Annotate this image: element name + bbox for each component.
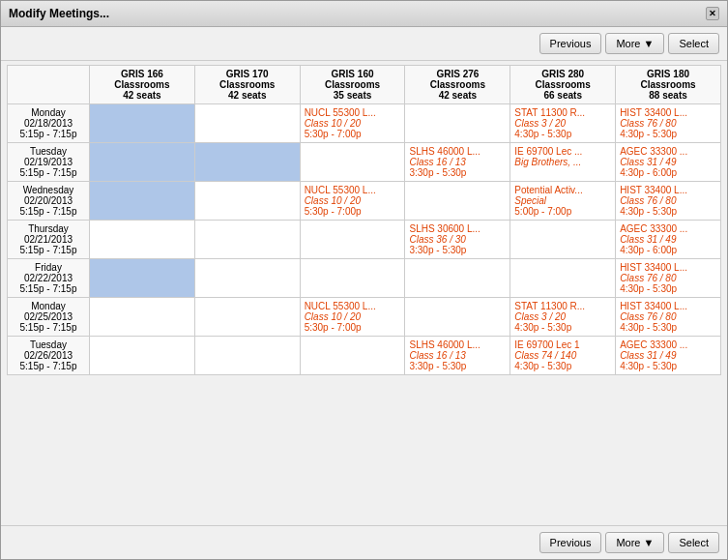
close-button[interactable]: ✕ (706, 7, 719, 20)
table-cell[interactable] (405, 104, 510, 143)
table-cell: HIST 33400 L...Class 76 / 804:30p - 5:30… (616, 259, 721, 298)
more-button-top[interactable]: More ▼ (605, 33, 664, 54)
header-empty (8, 66, 90, 104)
table-cell: SLHS 46000 L...Class 16 / 133:30p - 5:30… (405, 337, 510, 375)
table-cell[interactable] (300, 221, 405, 259)
event-time: 5:30p - 7:00p (305, 206, 401, 217)
event-title: SLHS 30600 L... (409, 223, 506, 234)
event-title: STAT 11300 R... (514, 107, 611, 118)
event-detail: Class 31 / 49 (620, 350, 716, 361)
event-time: 4:30p - 6:00p (620, 245, 716, 255)
window-title: Modify Meetings... (9, 7, 109, 20)
row-header: Monday 02/25/2013 5:15p - 7:15p (8, 298, 90, 337)
header-gris170: GRIS 170 Classrooms 42 seats (194, 66, 300, 104)
main-window: Modify Meetings... ✕ Previous More ▼ Sel… (0, 0, 728, 560)
event-title: AGEC 33300 ... (620, 339, 716, 350)
row-header: Monday 02/18/2013 5:15p - 7:15p (8, 104, 90, 143)
event-detail: Class 76 / 80 (620, 118, 716, 129)
title-bar: Modify Meetings... ✕ (1, 1, 727, 27)
table-cell[interactable] (194, 337, 300, 375)
event-title: HIST 33400 L... (620, 185, 716, 195)
row-header: Tuesday 02/26/2013 5:15p - 7:15p (8, 337, 90, 375)
previous-button-bottom[interactable]: Previous (539, 532, 602, 553)
event-detail: Class 10 / 20 (305, 118, 401, 129)
table-cell[interactable] (510, 259, 616, 298)
event-title: Potential Activ... (514, 185, 611, 195)
more-button-bottom[interactable]: More ▼ (605, 532, 664, 553)
table-cell: STAT 11300 R...Class 3 / 204:30p - 5:30p (510, 104, 616, 143)
table-cell: NUCL 55300 L...Class 10 / 205:30p - 7:00… (300, 104, 405, 143)
table-cell[interactable] (89, 259, 194, 298)
table-cell[interactable] (89, 337, 194, 375)
table-cell[interactable] (510, 221, 616, 259)
table-cell: SLHS 46000 L...Class 16 / 133:30p - 5:30… (405, 143, 510, 182)
table-cell: AGEC 33300 ...Class 31 / 494:30p - 5:30p (616, 337, 721, 375)
table-cell[interactable] (300, 259, 405, 298)
event-time: 4:30p - 6:00p (620, 167, 716, 178)
table-cell[interactable] (300, 337, 405, 375)
table-cell: IE 69700 Lec 1Class 74 / 1404:30p - 5:30… (510, 337, 616, 375)
table-cell: AGEC 33300 ...Class 31 / 494:30p - 6:00p (616, 143, 721, 182)
event-title: IE 69700 Lec 1 (514, 339, 611, 350)
header-gris280: GRIS 280 Classrooms 66 seats (510, 66, 616, 104)
table-row: Friday 02/22/2013 5:15p - 7:15pHIST 3340… (8, 259, 721, 298)
table-cell[interactable] (89, 298, 194, 337)
event-detail: Class 3 / 20 (514, 118, 611, 129)
table-cell: HIST 33400 L...Class 76 / 804:30p - 5:30… (616, 104, 721, 143)
event-time: 4:30p - 5:30p (620, 129, 716, 139)
event-title: AGEC 33300 ... (620, 146, 716, 157)
table-cell[interactable] (405, 182, 510, 221)
table-cell[interactable] (89, 104, 194, 143)
event-detail: Class 76 / 80 (620, 311, 716, 322)
event-detail: Class 31 / 49 (620, 157, 716, 167)
event-time: 4:30p - 5:30p (514, 322, 611, 333)
event-title: HIST 33400 L... (620, 301, 716, 311)
row-header: Wednesday 02/20/2013 5:15p - 7:15p (8, 182, 90, 221)
table-cell: NUCL 55300 L...Class 10 / 205:30p - 7:00… (300, 298, 405, 337)
table-cell[interactable] (405, 298, 510, 337)
table-cell[interactable] (405, 259, 510, 298)
table-cell[interactable] (194, 182, 300, 221)
event-time: 3:30p - 5:30p (409, 245, 506, 255)
table-cell[interactable] (89, 221, 194, 259)
event-time: 4:30p - 5:30p (620, 361, 716, 371)
event-title: STAT 11300 R... (514, 301, 611, 311)
table-cell[interactable] (194, 104, 300, 143)
row-header: Friday 02/22/2013 5:15p - 7:15p (8, 259, 90, 298)
table-cell[interactable] (89, 143, 194, 182)
table-cell: Potential Activ...Special5:00p - 7:00p (510, 182, 616, 221)
table-cell: AGEC 33300 ...Class 31 / 494:30p - 6:00p (616, 221, 721, 259)
event-detail: Class 76 / 80 (620, 195, 716, 206)
table-cell[interactable] (89, 182, 194, 221)
header-gris180: GRIS 180 Classrooms 88 seats (616, 66, 721, 104)
select-button-bottom[interactable]: Select (668, 532, 719, 553)
table-container: GRIS 166 Classrooms 42 seats GRIS 170 Cl… (1, 61, 727, 525)
event-detail: Class 3 / 20 (514, 311, 611, 322)
table-cell[interactable] (300, 143, 405, 182)
select-button-top[interactable]: Select (668, 33, 719, 54)
table-cell: HIST 33400 L...Class 76 / 804:30p - 5:30… (616, 298, 721, 337)
event-time: 4:30p - 5:30p (514, 129, 611, 139)
event-title: AGEC 33300 ... (620, 223, 716, 234)
table-cell[interactable] (194, 259, 300, 298)
table-row: Monday 02/18/2013 5:15p - 7:15pNUCL 5530… (8, 104, 721, 143)
event-detail: Class 10 / 20 (305, 195, 401, 206)
top-toolbar: Previous More ▼ Select (1, 27, 727, 61)
event-title: NUCL 55300 L... (305, 301, 401, 311)
previous-button-top[interactable]: Previous (539, 33, 602, 54)
table-header-row: GRIS 166 Classrooms 42 seats GRIS 170 Cl… (8, 66, 721, 104)
event-detail: Special (514, 195, 611, 206)
table-cell[interactable] (194, 143, 300, 182)
event-detail: Class 16 / 13 (409, 350, 506, 361)
table-row: Thursday 02/21/2013 5:15p - 7:15pSLHS 30… (8, 221, 721, 259)
event-detail: Class 36 / 30 (409, 234, 506, 245)
event-detail: Big Brothers, ... (514, 157, 611, 167)
header-gris160: GRIS 160 Classrooms 35 seats (300, 66, 405, 104)
table-cell[interactable] (194, 221, 300, 259)
table-row: Wednesday 02/20/2013 5:15p - 7:15pNUCL 5… (8, 182, 721, 221)
table-cell[interactable] (194, 298, 300, 337)
row-header: Tuesday 02/19/2013 5:15p - 7:15p (8, 143, 90, 182)
event-title: HIST 33400 L... (620, 262, 716, 273)
event-title: SLHS 46000 L... (409, 339, 506, 350)
table-cell: SLHS 30600 L...Class 36 / 303:30p - 5:30… (405, 221, 510, 259)
